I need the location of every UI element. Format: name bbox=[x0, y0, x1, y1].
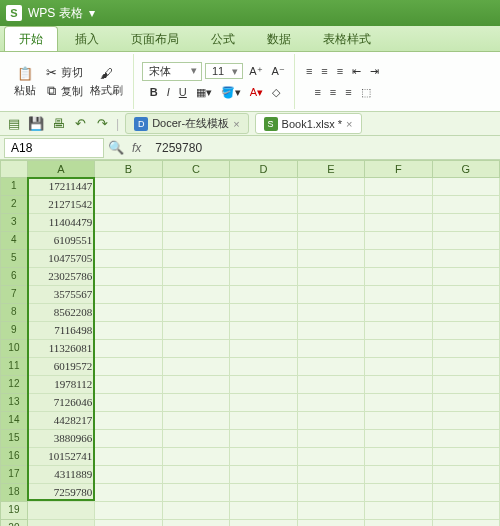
cell[interactable] bbox=[163, 304, 230, 322]
cell[interactable] bbox=[365, 466, 432, 484]
underline-button[interactable]: U bbox=[176, 85, 190, 99]
cell[interactable]: 23025786 bbox=[28, 268, 95, 286]
cell[interactable] bbox=[365, 358, 432, 376]
italic-button[interactable]: I bbox=[164, 85, 173, 99]
cell[interactable] bbox=[230, 232, 297, 250]
row-header[interactable]: 20 bbox=[0, 520, 28, 526]
cell[interactable] bbox=[298, 340, 365, 358]
row-header[interactable]: 6 bbox=[0, 268, 28, 286]
cell[interactable] bbox=[230, 376, 297, 394]
cell[interactable] bbox=[433, 196, 500, 214]
cell[interactable] bbox=[163, 214, 230, 232]
cell[interactable] bbox=[298, 322, 365, 340]
cell[interactable] bbox=[163, 448, 230, 466]
cut-button[interactable]: ✂剪切 bbox=[40, 63, 86, 81]
cell[interactable] bbox=[433, 520, 500, 526]
cell[interactable] bbox=[95, 448, 162, 466]
row-header[interactable]: 5 bbox=[0, 250, 28, 268]
row-header[interactable]: 1 bbox=[0, 178, 28, 196]
cell[interactable] bbox=[95, 286, 162, 304]
cell[interactable] bbox=[230, 448, 297, 466]
col-header-E[interactable]: E bbox=[298, 160, 365, 178]
cell[interactable] bbox=[298, 286, 365, 304]
cell[interactable] bbox=[163, 232, 230, 250]
cell[interactable] bbox=[163, 376, 230, 394]
cell[interactable] bbox=[365, 196, 432, 214]
cell[interactable] bbox=[95, 484, 162, 502]
cell[interactable] bbox=[95, 232, 162, 250]
cell[interactable] bbox=[433, 250, 500, 268]
cell[interactable] bbox=[163, 520, 230, 526]
cell[interactable] bbox=[365, 322, 432, 340]
tab-表格样式[interactable]: 表格样式 bbox=[308, 26, 386, 51]
fill-color-button[interactable]: 🪣▾ bbox=[218, 85, 244, 100]
cell[interactable] bbox=[298, 214, 365, 232]
app-menu-dropdown[interactable]: ▾ bbox=[89, 6, 95, 20]
cell[interactable] bbox=[163, 358, 230, 376]
new-icon[interactable]: ▤ bbox=[6, 116, 22, 132]
row-header[interactable]: 4 bbox=[0, 232, 28, 250]
cell[interactable] bbox=[230, 340, 297, 358]
cell[interactable] bbox=[433, 358, 500, 376]
tab-页面布局[interactable]: 页面布局 bbox=[116, 26, 194, 51]
cell[interactable] bbox=[95, 178, 162, 196]
doc-tab[interactable]: DDocer-在线模板× bbox=[125, 113, 248, 134]
print-icon[interactable]: 🖶 bbox=[50, 116, 66, 132]
cell[interactable]: 11404479 bbox=[28, 214, 95, 232]
cell[interactable] bbox=[298, 232, 365, 250]
row-header[interactable]: 7 bbox=[0, 286, 28, 304]
align-left-button[interactable]: ≡ bbox=[311, 85, 323, 99]
col-header-G[interactable]: G bbox=[433, 160, 500, 178]
cell[interactable]: 4428217 bbox=[28, 412, 95, 430]
align-center-button[interactable]: ≡ bbox=[327, 85, 339, 99]
cell[interactable]: 7116498 bbox=[28, 322, 95, 340]
cell[interactable] bbox=[163, 502, 230, 520]
row-header[interactable]: 18 bbox=[0, 484, 28, 502]
cell[interactable]: 4311889 bbox=[28, 466, 95, 484]
cell[interactable] bbox=[433, 286, 500, 304]
cell[interactable] bbox=[230, 250, 297, 268]
cell[interactable] bbox=[95, 304, 162, 322]
search-icon[interactable]: 🔍 bbox=[108, 140, 124, 156]
cell[interactable] bbox=[298, 412, 365, 430]
cell[interactable] bbox=[230, 268, 297, 286]
cell[interactable] bbox=[433, 502, 500, 520]
cell[interactable]: 3880966 bbox=[28, 430, 95, 448]
cell[interactable] bbox=[365, 430, 432, 448]
cell[interactable] bbox=[163, 196, 230, 214]
cell[interactable] bbox=[95, 340, 162, 358]
cell[interactable] bbox=[298, 430, 365, 448]
cell[interactable] bbox=[365, 286, 432, 304]
row-header[interactable]: 12 bbox=[0, 376, 28, 394]
cell[interactable] bbox=[95, 358, 162, 376]
row-header[interactable]: 15 bbox=[0, 430, 28, 448]
row-header[interactable]: 8 bbox=[0, 304, 28, 322]
indent-inc-button[interactable]: ⇥ bbox=[367, 64, 382, 79]
cell[interactable] bbox=[365, 502, 432, 520]
cell[interactable] bbox=[365, 304, 432, 322]
cell[interactable] bbox=[433, 340, 500, 358]
font-color-button[interactable]: A▾ bbox=[247, 85, 266, 100]
cell[interactable] bbox=[163, 466, 230, 484]
cell[interactable] bbox=[365, 214, 432, 232]
col-header-F[interactable]: F bbox=[365, 160, 432, 178]
row-header[interactable]: 19 bbox=[0, 502, 28, 520]
col-header-C[interactable]: C bbox=[163, 160, 230, 178]
close-icon[interactable]: × bbox=[346, 118, 352, 130]
cell[interactable] bbox=[298, 466, 365, 484]
merge-button[interactable]: ⬚ bbox=[358, 85, 374, 100]
cell[interactable] bbox=[365, 520, 432, 526]
row-header[interactable]: 13 bbox=[0, 394, 28, 412]
name-box[interactable] bbox=[4, 138, 104, 158]
paste-button[interactable]: 📋 粘贴 bbox=[10, 54, 40, 109]
tab-公式[interactable]: 公式 bbox=[196, 26, 250, 51]
formula-value[interactable]: 7259780 bbox=[149, 139, 208, 157]
col-header-D[interactable]: D bbox=[230, 160, 297, 178]
font-size-select[interactable]: 11 bbox=[205, 63, 243, 79]
row-header[interactable]: 10 bbox=[0, 340, 28, 358]
cell[interactable] bbox=[433, 484, 500, 502]
cell[interactable]: 3575567 bbox=[28, 286, 95, 304]
cell[interactable] bbox=[365, 340, 432, 358]
cell[interactable]: 21271542 bbox=[28, 196, 95, 214]
doc-tab[interactable]: SBook1.xlsx *× bbox=[255, 113, 362, 134]
